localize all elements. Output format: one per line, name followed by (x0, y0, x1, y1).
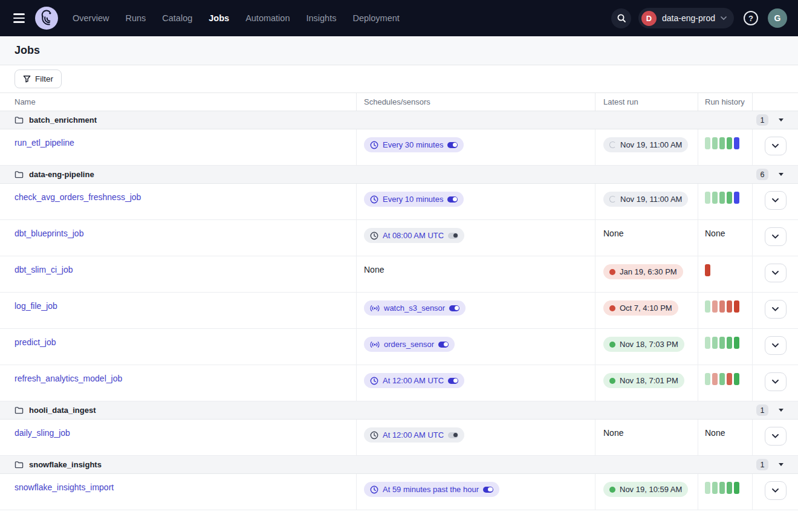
success-dot-icon (609, 487, 615, 493)
row-expand-button[interactable] (765, 336, 787, 355)
folder-icon (15, 116, 24, 124)
group-row-batch-enrichment[interactable]: batch_enrichment 1 (0, 111, 798, 129)
collapse-caret-icon[interactable] (779, 409, 783, 412)
schedule-chip[interactable]: At 59 minutes past the hour (364, 482, 499, 497)
clock-icon (370, 377, 378, 385)
table-row: dbt_slim_ci_job None Jan 19, 6:30 PM (0, 256, 798, 293)
schedule-toggle-on[interactable] (483, 487, 493, 493)
nav-link-insights[interactable]: Insights (306, 13, 336, 23)
group-count-badge: 1 (756, 459, 768, 470)
workspace-switcher[interactable]: D data-eng-prod (638, 8, 734, 28)
nav-link-runs[interactable]: Runs (125, 13, 146, 23)
run-history-bars[interactable] (705, 192, 752, 204)
nav-link-deployment[interactable]: Deployment (352, 13, 399, 23)
table-row: check_avg_orders_freshness_job Every 10 … (0, 184, 798, 220)
schedule-toggle-on[interactable] (447, 142, 458, 148)
latest-run-chip[interactable]: Nov 19, 11:00 AM (603, 137, 688, 152)
schedule-chip[interactable]: At 08:00 AM UTC (364, 228, 464, 243)
folder-icon (15, 406, 24, 414)
group-count-badge: 6 (756, 169, 768, 180)
run-history-bars[interactable] (705, 482, 752, 494)
latest-run-chip[interactable]: Nov 18, 7:01 PM (603, 373, 684, 388)
latest-run-chip[interactable]: Jan 19, 6:30 PM (603, 264, 683, 279)
nav-link-automation[interactable]: Automation (245, 13, 290, 23)
in-progress-spinner-icon (609, 196, 616, 203)
top-nav: Overview Runs Catalog Jobs Automation In… (0, 0, 798, 36)
column-header-schedules: Schedules/sensors (357, 93, 595, 111)
chevron-down-icon (772, 198, 779, 203)
job-link-dbt_slim_ci_job[interactable]: dbt_slim_ci_job (15, 265, 73, 274)
schedule-chip[interactable]: At 12:00 AM UTC (364, 373, 464, 388)
latest-run-chip[interactable]: Nov 19, 11:00 AM (603, 192, 688, 207)
filter-button[interactable]: Filter (15, 70, 62, 88)
nav-link-jobs[interactable]: Jobs (209, 13, 229, 23)
search-button[interactable] (611, 8, 631, 28)
latest-run-chip[interactable]: Nov 19, 10:59 AM (603, 482, 688, 497)
run-history-bars[interactable] (705, 264, 752, 276)
schedule-chip[interactable]: At 12:00 AM UTC (364, 427, 464, 443)
job-link-daily_sling_job[interactable]: daily_sling_job (15, 428, 70, 438)
group-row-snowflake-insights[interactable]: snowflake_insights 1 (0, 456, 798, 474)
filter-icon (23, 75, 31, 83)
sensor-icon (370, 305, 380, 312)
table-row: dbt_blueprints_job At 08:00 AM UTC None … (0, 220, 798, 256)
row-expand-button[interactable] (765, 300, 787, 319)
collapse-caret-icon[interactable] (779, 118, 783, 122)
dagster-logo-icon[interactable] (35, 7, 58, 30)
nav-link-overview[interactable]: Overview (73, 13, 109, 23)
latest-run-none: None (603, 229, 623, 238)
group-row-data-eng-pipeline[interactable]: data-eng-pipeline 6 (0, 166, 798, 184)
sensor-chip[interactable]: orders_sensor (364, 337, 455, 352)
row-expand-button[interactable] (765, 191, 787, 210)
group-count-badge: 1 (756, 114, 768, 126)
schedule-toggle-off[interactable] (448, 233, 458, 239)
sensor-toggle-on[interactable] (438, 342, 449, 348)
group-count-badge: 1 (756, 404, 768, 416)
chevron-down-icon (772, 271, 779, 275)
run-history-bars[interactable] (705, 137, 752, 149)
clock-icon (370, 485, 378, 494)
column-header-name: Name (0, 93, 357, 111)
job-link-run_etl_pipeline[interactable]: run_etl_pipeline (15, 138, 74, 148)
row-expand-button[interactable] (765, 264, 787, 282)
latest-run-chip[interactable]: Nov 18, 7:03 PM (603, 337, 684, 352)
row-expand-button[interactable] (765, 227, 787, 246)
table-row: daily_sling_job At 12:00 AM UTC None Non… (0, 420, 798, 456)
row-expand-button[interactable] (765, 137, 787, 155)
schedule-toggle-off[interactable] (448, 432, 458, 438)
table-header: Name Schedules/sensors Latest run Run hi… (0, 93, 798, 111)
page-title: Jobs (15, 44, 40, 57)
run-history-bars[interactable] (705, 337, 752, 349)
schedule-toggle-on[interactable] (448, 378, 458, 384)
help-icon[interactable]: ? (744, 11, 758, 25)
job-link-refresh_analytics_model_job[interactable]: refresh_analytics_model_job (15, 374, 122, 383)
folder-icon (15, 461, 24, 469)
row-expand-button[interactable] (765, 427, 787, 446)
latest-run-chip[interactable]: Oct 7, 4:10 PM (603, 300, 678, 316)
job-link-check_avg_orders_freshness_job[interactable]: check_avg_orders_freshness_job (15, 192, 141, 202)
menu-icon[interactable] (8, 8, 29, 28)
group-row-hooli-data-ingest[interactable]: hooli_data_ingest 1 (0, 401, 798, 420)
sensor-chip[interactable]: watch_s3_sensor (364, 300, 465, 316)
job-link-predict_job[interactable]: predict_job (15, 337, 56, 347)
chevron-down-icon (772, 307, 779, 311)
schedule-chip[interactable]: Every 10 minutes (364, 192, 464, 207)
run-history-bars[interactable] (705, 300, 752, 313)
user-avatar[interactable]: G (768, 8, 787, 28)
job-link-dbt_blueprints_job[interactable]: dbt_blueprints_job (15, 229, 83, 238)
sensor-toggle-on[interactable] (449, 305, 459, 311)
chevron-down-icon (772, 434, 779, 438)
job-link-snowflake_insights_import[interactable]: snowflake_insights_import (15, 482, 114, 492)
collapse-caret-icon[interactable] (779, 463, 783, 466)
run-history-bars[interactable] (705, 373, 752, 385)
nav-link-catalog[interactable]: Catalog (162, 13, 192, 23)
row-expand-button[interactable] (765, 481, 787, 500)
job-link-log_file_job[interactable]: log_file_job (15, 301, 57, 311)
collapse-caret-icon[interactable] (779, 173, 783, 176)
schedule-toggle-on[interactable] (447, 196, 458, 203)
schedule-chip[interactable]: Every 30 minutes (364, 137, 464, 152)
row-expand-button[interactable] (765, 372, 787, 391)
workspace-badge: D (641, 11, 657, 26)
schedule-none: None (364, 265, 384, 274)
chevron-down-icon (772, 144, 779, 148)
